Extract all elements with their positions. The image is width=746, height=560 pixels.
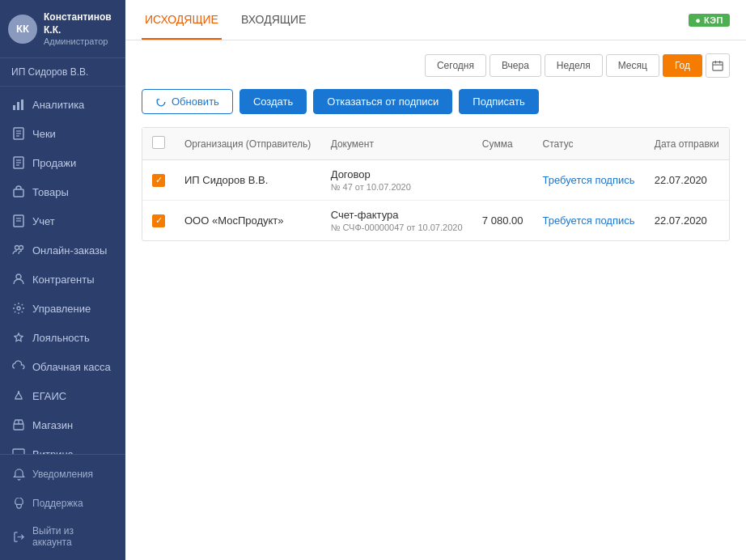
footer-label-logout: Выйти из аккаунта	[32, 525, 114, 548]
row-checkbox-cell: ✓	[142, 201, 175, 241]
svg-rect-1	[17, 102, 19, 110]
row-status-1: Требуется подпись	[533, 160, 645, 201]
contractors-icon	[11, 272, 26, 286]
status-link-1[interactable]: Требуется подпись	[543, 174, 635, 186]
row-doc-1: Договор № 47 от 10.07.2020	[321, 160, 473, 201]
row-doc-2: Счет-фактура № СЧФ-00000047 от 10.07.202…	[321, 201, 473, 241]
sidebar-item-analytics[interactable]: Аналитика	[0, 90, 125, 119]
user-role: Администратор	[44, 36, 117, 46]
filter-year[interactable]: Год	[663, 54, 702, 77]
svg-point-17	[16, 274, 21, 279]
notifications-icon	[11, 467, 26, 482]
tab-outgoing[interactable]: ИСХОДЯЩИЕ	[142, 0, 222, 40]
sidebar-footer: Уведомления Поддержка Выйти из аккаунта	[0, 454, 125, 560]
col-checkbox	[142, 128, 175, 160]
filter-yesterday[interactable]: Вчера	[490, 54, 541, 77]
sidebar-label-shop: Магазин	[32, 419, 73, 431]
footer-label-support: Поддержка	[32, 498, 83, 509]
svg-rect-26	[713, 62, 723, 71]
sidebar-label-egais: ЕГАИС	[32, 390, 66, 402]
accounting-icon	[11, 214, 26, 228]
sidebar-label-accounting: Учет	[32, 215, 55, 227]
sidebar-item-contractors[interactable]: Контрагенты	[0, 265, 125, 294]
tab-incoming[interactable]: ВХОДЯЩИЕ	[238, 0, 309, 40]
sidebar-label-cloud-cash: Облачная касса	[32, 361, 111, 373]
sidebar-item-loyalty[interactable]: Лояльность	[0, 323, 125, 352]
col-doc: Документ	[321, 128, 473, 160]
showcase-icon	[11, 447, 26, 454]
sidebar-item-logout[interactable]: Выйти из аккаунта	[0, 518, 125, 555]
shop-icon	[11, 418, 26, 432]
sidebar-item-cloud-cash[interactable]: Облачная касса	[0, 352, 125, 381]
sidebar-item-sales[interactable]: Продажи	[0, 148, 125, 177]
goods-icon	[11, 185, 26, 199]
kep-badge[interactable]: ● КЭП	[689, 14, 730, 27]
col-org: Организация (Отправитель)	[175, 128, 321, 160]
sidebar-label-checks: Чеки	[32, 128, 56, 140]
logout-icon	[11, 529, 26, 544]
create-button[interactable]: Создать	[239, 89, 307, 114]
user-name: Константинов К.К.	[44, 11, 117, 36]
calendar-picker[interactable]	[706, 53, 730, 78]
filter-month[interactable]: Месяц	[606, 54, 659, 77]
sidebar-item-shop[interactable]: Магазин	[0, 410, 125, 439]
sidebar-item-management[interactable]: Управление	[0, 294, 125, 323]
create-label: Создать	[253, 95, 293, 108]
col-status: Статус	[533, 128, 645, 160]
row-amount-1	[473, 160, 533, 201]
row-amount-2: 7 080.00	[473, 201, 533, 241]
sidebar-label-sales: Продажи	[32, 157, 76, 169]
documents-table: Организация (Отправитель) Документ Сумма…	[142, 127, 730, 241]
sidebar-label-showcase: Витрина	[32, 448, 74, 454]
management-icon	[11, 301, 26, 316]
sidebar: КК Константинов К.К. Администратор ИП Си…	[0, 0, 125, 560]
sidebar-item-notifications[interactable]: Уведомления	[0, 460, 125, 489]
sidebar-org: ИП Сидоров В.В.	[0, 58, 125, 87]
row-date-1: 22.07.2020	[645, 160, 729, 201]
avatar: КК	[8, 15, 37, 44]
content-area: Сегодня Вчера Неделя Месяц Год Обновить …	[125, 40, 746, 560]
sidebar-label-management: Управление	[32, 303, 91, 315]
checks-icon	[11, 126, 26, 141]
sidebar-item-showcase[interactable]: Витрина	[0, 439, 125, 454]
svg-point-16	[19, 246, 23, 250]
sidebar-item-accounting[interactable]: Учет	[0, 206, 125, 235]
reject-label: Отказаться от подписи	[327, 95, 439, 108]
sidebar-user: КК Константинов К.К. Администратор	[0, 0, 125, 58]
svg-rect-19	[14, 424, 23, 430]
main-content: ИСХОДЯЩИЕ ВХОДЯЩИЕ ● КЭП Сегодня Вчера Н…	[125, 0, 746, 560]
svg-rect-2	[21, 100, 23, 110]
svg-rect-0	[13, 105, 15, 110]
online-orders-icon	[11, 243, 26, 257]
col-amount: Сумма	[473, 128, 533, 160]
cloud-cash-icon	[11, 359, 26, 374]
status-link-2[interactable]: Требуется подпись	[543, 214, 635, 227]
col-send-date: Дата отправки	[645, 128, 729, 160]
sidebar-nav: Аналитика Чеки Продажи Товары Учет	[0, 87, 125, 454]
sidebar-label-goods: Товары	[32, 186, 69, 198]
support-icon	[11, 496, 26, 511]
table-row: ✓ ООО «МосПродукт» Счет-фактура № СЧФ-00…	[142, 201, 729, 241]
row-checkbox-1[interactable]: ✓	[152, 174, 165, 187]
filter-today[interactable]: Сегодня	[425, 54, 486, 77]
sidebar-item-goods[interactable]: Товары	[0, 177, 125, 206]
filter-week[interactable]: Неделя	[545, 54, 603, 77]
sidebar-item-checks[interactable]: Чеки	[0, 119, 125, 148]
refresh-button[interactable]: Обновить	[142, 89, 233, 114]
analytics-icon	[11, 97, 26, 112]
sidebar-label-loyalty: Лояльность	[32, 332, 90, 344]
sidebar-item-support[interactable]: Поддержка	[0, 489, 125, 518]
egais-icon	[11, 388, 26, 403]
filter-bar: Сегодня Вчера Неделя Месяц Год	[142, 53, 730, 78]
sidebar-item-egais[interactable]: ЕГАИС	[0, 381, 125, 410]
row-status-2: Требуется подпись	[533, 201, 645, 241]
sidebar-item-online-orders[interactable]: Онлайн-заказы	[0, 235, 125, 265]
row-checkbox-2[interactable]: ✓	[152, 214, 165, 227]
select-all-checkbox[interactable]	[152, 136, 165, 149]
svg-rect-11	[14, 189, 23, 197]
sign-button[interactable]: Подписать	[459, 89, 538, 114]
table-row: ✓ ИП Сидоров В.В. Договор № 47 от 10.07.…	[142, 160, 729, 201]
reject-button[interactable]: Отказаться от подписи	[313, 89, 452, 114]
row-date-2: 22.07.2020	[645, 201, 729, 241]
svg-point-15	[15, 246, 19, 250]
